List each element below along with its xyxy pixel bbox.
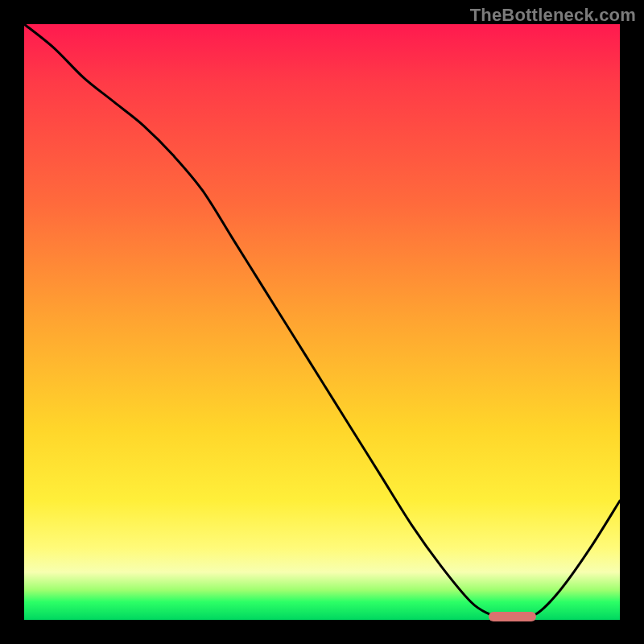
optimal-marker [489,612,536,621]
chart-frame: TheBottleneck.com [0,0,644,644]
bottleneck-curve [24,24,620,620]
watermark-text: TheBottleneck.com [470,5,636,26]
plot-area [24,24,620,620]
